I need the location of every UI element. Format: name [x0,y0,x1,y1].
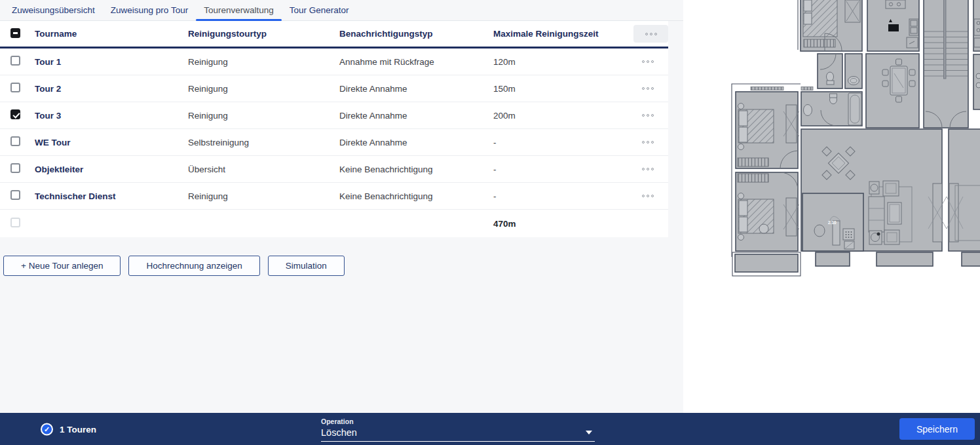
row-menu-cell [633,195,668,197]
operation-label: Operation [321,417,595,425]
tour-max-time-cell: 200m [493,111,633,121]
column-header-type: Reinigungstourtyp [188,29,339,39]
tour-max-time-cell: - [493,164,633,174]
save-button[interactable]: Speichern [899,418,975,440]
column-header-max-time: Maximale Reinigungszeit [493,29,633,39]
tour-notification-cell: Keine Benachrichtigung [339,164,493,174]
row-checkbox-cell [0,136,35,148]
tour-name-link[interactable]: WE Tour [35,138,188,147]
table-row: Tour 1 Reinigung Annahme mit Rückfrage 1… [0,48,668,75]
row-checkbox[interactable] [10,83,20,92]
row-menu-button[interactable] [642,168,654,170]
tour-notification-cell: Direkte Annahme [339,84,493,94]
floor-plan-panel: 2.10 [683,0,980,413]
simulation-button[interactable]: Simulation [268,256,345,276]
tab-zuweisungsübersicht[interactable]: Zuweisungsübersicht [4,0,103,20]
table-header-row: Tourname Reinigungstourtyp Benachrichtig… [0,21,668,48]
row-checkbox-cell [0,83,35,94]
column-header-tourname: Tourname [35,29,188,39]
caret-down-icon [586,431,592,435]
tour-max-time-cell: - [493,138,633,147]
footer-checkbox-cell [0,218,35,229]
table-row: Tour 3 Reinigung Direkte Annahme 200m [0,102,668,129]
tour-type-cell: Reinigung [188,111,339,121]
tour-type-cell: Reinigung [188,84,339,94]
tour-type-cell: Selbstreinigung [188,138,339,147]
select-all-checkbox[interactable] [10,28,20,38]
row-menu-cell [633,87,668,90]
tour-name-link[interactable]: Technischer Dienst [35,191,188,201]
tab-tourenverwaltung[interactable]: Tourenverwaltung [196,0,282,20]
row-checkbox-cell [0,109,35,121]
row-menu-button[interactable] [642,87,654,90]
tour-notification-cell: Keine Benachrichtigung [339,191,493,201]
row-menu-cell [633,60,668,63]
table-body: Tour 1 Reinigung Annahme mit Rückfrage 1… [0,48,668,210]
tab-bar: ZuweisungsübersichtZuweisung pro TourTou… [0,0,683,21]
table-actions: + Neue Tour anlegen Hochrechnung anzeige… [3,256,345,276]
room-number-label: 2.10 [828,220,837,225]
tours-panel: ZuweisungsübersichtZuweisung pro TourTou… [0,0,683,413]
header-checkbox-cell [0,28,35,40]
header-menu-cell [633,25,669,43]
table-row: WE Tour Selbstreinigung Direkte Annahme … [0,129,668,156]
tour-notification-cell: Direkte Annahme [339,138,493,147]
tour-notification-cell: Annahme mit Rückfrage [339,57,493,67]
row-menu-button[interactable] [642,60,654,63]
tour-max-time-cell: 120m [493,57,633,67]
floor-plan: 2.10 [683,0,980,413]
row-menu-cell [633,141,668,144]
selection-badge: ✓ 1 Touren [41,423,96,435]
row-menu-cell [633,114,668,117]
new-tour-button[interactable]: + Neue Tour anlegen [3,256,121,276]
tour-type-cell: Übersicht [188,164,339,174]
table-menu-button[interactable] [633,25,668,43]
footer-checkbox [10,218,20,227]
tour-name-link[interactable]: Tour 3 [35,111,188,121]
bulk-action-bar: ✓ 1 Touren Operation Löschen Speichern [0,413,980,445]
tour-name-link[interactable]: Tour 2 [35,84,188,94]
row-menu-button[interactable] [642,141,654,144]
tour-name-link[interactable]: Tour 1 [35,57,188,67]
tours-table: Tourname Reinigungstourtyp Benachrichtig… [0,21,668,237]
operation-select[interactable]: Operation Löschen [321,417,595,442]
table-row: Objektleiter Übersicht Keine Benachricht… [0,156,668,183]
row-checkbox[interactable] [10,190,20,200]
tab-tour-generator[interactable]: Tour Generator [282,0,357,20]
row-checkbox[interactable] [10,56,20,66]
check-circle-icon: ✓ [41,423,53,435]
tour-type-cell: Reinigung [188,191,339,201]
row-checkbox[interactable] [10,136,20,146]
row-checkbox-cell [0,56,35,68]
tour-max-time-cell: - [493,191,633,201]
row-checkbox-cell [0,190,35,202]
tour-type-cell: Reinigung [188,57,339,67]
table-footer-row: 470m [0,210,668,237]
tour-max-time-cell: 150m [493,84,633,94]
tour-notification-cell: Direkte Annahme [339,111,493,121]
table-row: Tour 2 Reinigung Direkte Annahme 150m [0,75,668,102]
ellipsis-icon [645,33,657,35]
row-checkbox[interactable] [10,163,20,173]
projection-button[interactable]: Hochrechnung anzeigen [128,256,259,276]
tour-name-link[interactable]: Objektleiter [35,164,188,174]
total-time-value: 470m [493,219,633,229]
row-checkbox[interactable] [10,109,20,119]
tab-zuweisung-pro-tour[interactable]: Zuweisung pro Tour [103,0,196,20]
operation-value: Löschen [321,427,595,438]
row-checkbox-cell [0,163,35,175]
selection-count: 1 Touren [60,424,96,434]
column-header-notification: Benachrichtigungstyp [339,29,493,39]
table-row: Technischer Dienst Reinigung Keine Benac… [0,183,668,210]
row-menu-cell [633,168,668,170]
row-menu-button[interactable] [642,114,654,117]
row-menu-button[interactable] [642,195,654,197]
